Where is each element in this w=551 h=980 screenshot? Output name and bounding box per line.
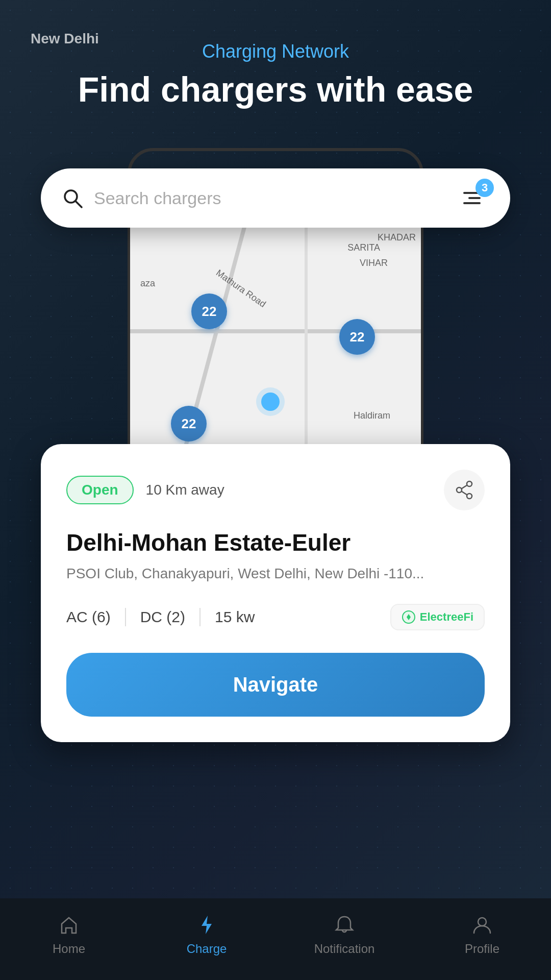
filter-button[interactable]: 3 bbox=[454, 183, 490, 213]
svg-point-3 bbox=[457, 487, 462, 493]
map-label-haldiram: Haldiram bbox=[354, 410, 390, 421]
svg-marker-8 bbox=[202, 916, 212, 934]
nav-label-notification: Notification bbox=[314, 942, 375, 956]
nav-item-profile[interactable]: Profile bbox=[413, 912, 551, 956]
bottom-navigation: Home Charge Notification Profile bbox=[0, 898, 551, 980]
nav-label-charge: Charge bbox=[187, 942, 227, 956]
map-label-vihar: VIHAR bbox=[360, 258, 388, 268]
map-road-2 bbox=[130, 329, 421, 333]
power-spec: 15 kw bbox=[215, 608, 255, 626]
filter-line-2 bbox=[468, 197, 481, 199]
station-name: Delhi-Mohan Estate-Euler bbox=[66, 529, 485, 556]
map-label-aza: aza bbox=[140, 278, 155, 289]
card-top-row: Open 10 Km away bbox=[66, 470, 485, 510]
share-button[interactable] bbox=[444, 470, 485, 510]
ac-ports: AC (6) bbox=[66, 608, 111, 626]
spec-divider-1 bbox=[125, 608, 126, 626]
home-icon bbox=[56, 912, 82, 938]
map-road-3 bbox=[305, 212, 308, 472]
profile-icon bbox=[469, 912, 495, 938]
svg-point-2 bbox=[467, 481, 472, 486]
header-subtitle: Charging Network bbox=[31, 41, 520, 62]
map-background: SARITA KHADAR VIHAR Mathura Road Haldira… bbox=[130, 212, 421, 472]
svg-line-5 bbox=[462, 485, 467, 489]
cluster-marker-2[interactable]: 22 bbox=[339, 319, 375, 355]
svg-line-6 bbox=[462, 492, 467, 495]
station-address: PSOI Club, Chanakyapuri, West Delhi, New… bbox=[66, 564, 485, 583]
map-label-sarita: SARITA bbox=[347, 242, 380, 253]
navigate-button[interactable]: Navigate bbox=[66, 653, 485, 717]
dc-ports: DC (2) bbox=[140, 608, 185, 626]
spec-divider-2 bbox=[199, 608, 201, 626]
cluster-marker-3[interactable]: 22 bbox=[171, 406, 207, 442]
nav-item-notification[interactable]: Notification bbox=[276, 912, 413, 956]
notification-icon bbox=[332, 912, 357, 938]
svg-line-1 bbox=[76, 201, 82, 207]
header-title: Find chargers with ease bbox=[31, 70, 520, 109]
cluster-marker-1[interactable]: 22 bbox=[191, 293, 227, 329]
status-row: Open 10 Km away bbox=[66, 476, 224, 504]
header-section: Charging Network Find chargers with ease bbox=[0, 0, 551, 124]
user-location-dot bbox=[261, 393, 280, 411]
station-specs: AC (6) DC (2) 15 kw ElectreeFi bbox=[66, 604, 485, 630]
search-icon bbox=[61, 187, 84, 209]
nav-item-home[interactable]: Home bbox=[0, 912, 138, 956]
svg-point-4 bbox=[467, 494, 472, 499]
filter-line-3 bbox=[463, 202, 481, 204]
search-input[interactable]: Search chargers bbox=[94, 188, 444, 208]
distance-text: 10 Km away bbox=[146, 482, 224, 498]
nav-label-home: Home bbox=[53, 942, 85, 956]
nav-label-profile: Profile bbox=[465, 942, 499, 956]
search-bar[interactable]: Search chargers 3 bbox=[41, 168, 510, 228]
filter-badge: 3 bbox=[475, 179, 494, 197]
svg-point-9 bbox=[478, 918, 486, 926]
provider-name: ElectreeFi bbox=[420, 610, 473, 624]
charge-icon bbox=[194, 912, 219, 938]
provider-logo: ElectreeFi bbox=[390, 604, 485, 630]
map-container[interactable]: SARITA KHADAR VIHAR Mathura Road Haldira… bbox=[130, 212, 421, 472]
station-card: Open 10 Km away Delhi-Mohan Estate-Euler… bbox=[41, 444, 510, 742]
status-badge: Open bbox=[66, 476, 134, 504]
map-label-khadar: KHADAR bbox=[378, 232, 416, 243]
nav-item-charge[interactable]: Charge bbox=[138, 912, 276, 956]
